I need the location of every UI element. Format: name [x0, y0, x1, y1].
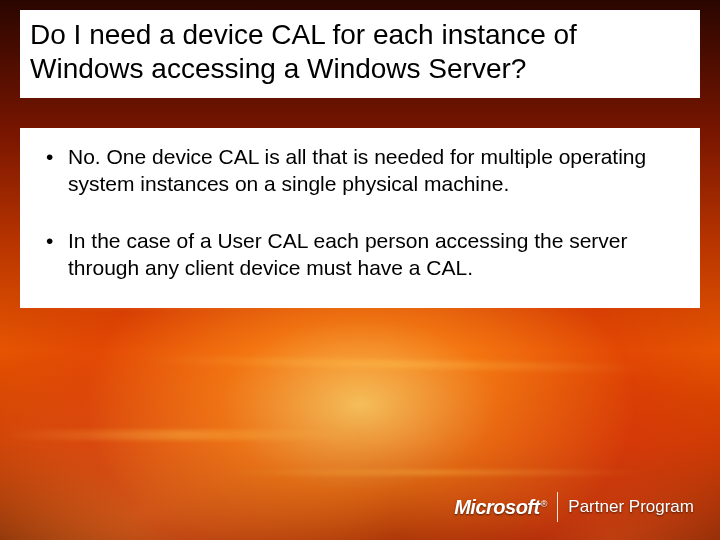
bullet-list: No. One device CAL is all that is needed…: [38, 144, 682, 282]
list-item: In the case of a User CAL each person ac…: [38, 228, 682, 282]
title-container: Do I need a device CAL for each instance…: [20, 10, 700, 98]
footer-logo: Microsoft® Partner Program: [454, 492, 694, 522]
slide-title: Do I need a device CAL for each instance…: [30, 18, 690, 86]
registered-mark: ®: [541, 499, 548, 509]
content-container: No. One device CAL is all that is needed…: [20, 128, 700, 308]
logo-divider: [557, 492, 558, 522]
bg-streak: [144, 356, 648, 373]
brand-text: Microsoft: [454, 496, 540, 518]
microsoft-wordmark: Microsoft®: [454, 496, 547, 519]
list-item: No. One device CAL is all that is needed…: [38, 144, 682, 198]
bg-streak: [0, 430, 360, 440]
partner-program-text: Partner Program: [568, 497, 694, 517]
bg-streak: [216, 470, 648, 475]
